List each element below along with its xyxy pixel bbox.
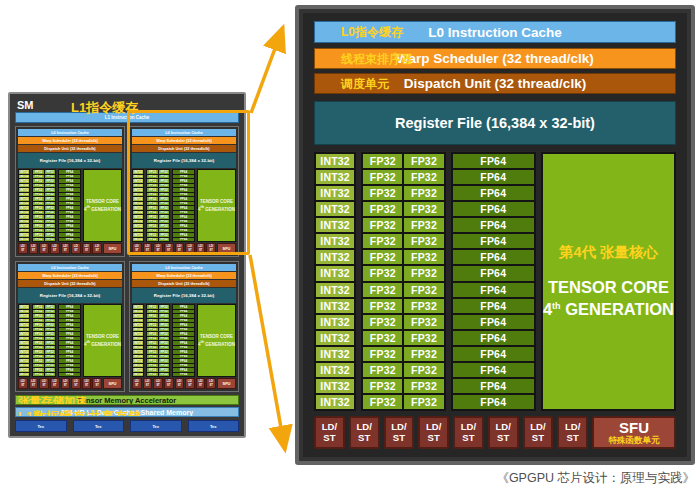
int32-unit: INT32 bbox=[19, 332, 29, 336]
fp32-unit: FP32 bbox=[404, 299, 443, 313]
fp32-unit: FP32 bbox=[147, 328, 157, 332]
fp64-column: FP64FP64FP64FP64FP64FP64FP64FP64FP64FP64… bbox=[58, 304, 81, 377]
fp64-unit: FP64 bbox=[59, 197, 80, 201]
fp64-unit: FP64 bbox=[59, 184, 80, 188]
ldst-unit: LD/ST bbox=[384, 416, 415, 449]
tex-row: TexTexTexTex bbox=[15, 420, 239, 432]
fp64-unit: FP64 bbox=[453, 154, 534, 168]
fp64-unit: FP64 bbox=[453, 331, 534, 345]
tensor-core-block: TENSOR CORE 4th GENERATION bbox=[83, 304, 122, 377]
fp32-unit: FP32 bbox=[33, 305, 43, 309]
fp64-unit: FP64 bbox=[59, 305, 80, 309]
fp32-unit: FP32 bbox=[159, 305, 169, 309]
ldst-unit: LD/ST bbox=[557, 416, 588, 449]
fp64-unit: FP64 bbox=[173, 364, 194, 368]
fp64-unit: FP64 bbox=[59, 224, 80, 228]
int32-unit: INT32 bbox=[133, 337, 143, 341]
fp32-unit: FP32 bbox=[363, 170, 402, 184]
tensor-core-label: TENSOR CORE bbox=[86, 334, 119, 339]
int32-unit: INT32 bbox=[19, 206, 29, 210]
fp64-unit: FP64 bbox=[453, 186, 534, 200]
core-grid: INT32INT32INT32INT32INT32INT32INT32INT32… bbox=[314, 152, 676, 411]
sm-subcore: L0 Instruction Cache Warp Scheduler (32 … bbox=[15, 261, 125, 392]
ldst-unit: LD/ST bbox=[164, 378, 174, 389]
ldst-unit: LD/ST bbox=[61, 243, 71, 254]
fp32-unit: FP32 bbox=[404, 266, 443, 280]
fp64-unit: FP64 bbox=[453, 315, 534, 329]
ldst-unit: LD/ST bbox=[206, 378, 216, 389]
fp32-unit: FP32 bbox=[147, 314, 157, 318]
ldst-unit: LD/ST bbox=[29, 243, 39, 254]
dispatch-unit-label: Dispatch Unit (32 thread/clk) bbox=[44, 282, 95, 286]
fp32-unit: FP32 bbox=[33, 337, 43, 341]
int32-unit: INT32 bbox=[133, 310, 143, 314]
fp32-columns: FP32FP32FP32FP32FP32FP32FP32FP32FP32FP32… bbox=[32, 169, 56, 242]
tensor-core-generation-label: 4th GENERATION bbox=[543, 298, 674, 320]
fp64-unit: FP64 bbox=[173, 310, 194, 314]
fp64-unit: FP64 bbox=[173, 373, 194, 377]
int32-unit: INT32 bbox=[133, 323, 143, 327]
tensor-core-label: TENSOR CORE bbox=[86, 199, 119, 204]
core-grid: INT32INT32INT32INT32INT32INT32INT32INT32… bbox=[18, 169, 122, 242]
ldst-unit: LD/ST bbox=[39, 378, 49, 389]
warp-scheduler-label: Warp Scheduler (32 thread/clk) bbox=[156, 274, 212, 278]
int32-unit: INT32 bbox=[19, 220, 29, 224]
sfu-block: SFU 特殊函数单元 bbox=[592, 416, 676, 449]
fp64-unit: FP64 bbox=[59, 337, 80, 341]
fp64-unit: FP64 bbox=[59, 179, 80, 183]
tensor-core-block: 第4代 张量核心 TENSOR CORE 4th GENERATION bbox=[541, 152, 676, 411]
tensor-core-cn-label: 第4代 张量核心 bbox=[559, 243, 658, 262]
tensor-core-block: TENSOR CORE 4th GENERATION bbox=[83, 169, 122, 242]
int32-unit: INT32 bbox=[19, 170, 29, 174]
fp64-unit: FP64 bbox=[173, 319, 194, 323]
fp64-unit: FP64 bbox=[59, 215, 80, 219]
fp64-unit: FP64 bbox=[173, 337, 194, 341]
warp-scheduler-label: Warp Scheduler (32 thread/clk) bbox=[42, 139, 98, 143]
fp32-unit: FP32 bbox=[404, 154, 443, 168]
l0-instruction-cache-bar: L0 Instruction Cache bbox=[18, 264, 122, 271]
dispatch-unit-bar: Dispatch Unit (32 thread/clk) bbox=[18, 145, 122, 152]
fp32-unit: FP32 bbox=[33, 215, 43, 219]
fp64-unit: FP64 bbox=[453, 299, 534, 313]
l0-instruction-cache-label: L0 Instruction Cache bbox=[51, 266, 89, 270]
fp32-unit: FP32 bbox=[363, 395, 402, 409]
fp32-unit: FP32 bbox=[159, 355, 169, 359]
fp64-unit: FP64 bbox=[453, 218, 534, 232]
fp32-unit: FP32 bbox=[45, 206, 55, 210]
warp-scheduler-label: Warp Scheduler (32 thread/clk) bbox=[42, 274, 98, 278]
fp32-unit: FP32 bbox=[33, 211, 43, 215]
fp32-unit: FP32 bbox=[404, 202, 443, 216]
fp32-unit: FP32 bbox=[159, 364, 169, 368]
fp32-unit: FP32 bbox=[147, 359, 157, 363]
fp32-unit: FP32 bbox=[45, 314, 55, 318]
int32-unit: INT32 bbox=[19, 328, 29, 332]
fp64-unit: FP64 bbox=[59, 170, 80, 174]
fp32-unit: FP32 bbox=[147, 350, 157, 354]
fp32-unit: FP32 bbox=[363, 331, 402, 345]
fp32-unit: FP32 bbox=[33, 355, 43, 359]
int32-unit: INT32 bbox=[316, 250, 354, 264]
fp32-unit: FP32 bbox=[363, 154, 402, 168]
fp64-unit: FP64 bbox=[453, 347, 534, 361]
fp32-unit: FP32 bbox=[147, 368, 157, 372]
int32-unit: INT32 bbox=[19, 202, 29, 206]
fp64-unit: FP64 bbox=[59, 373, 80, 377]
fp32-unit: FP32 bbox=[33, 310, 43, 314]
sfu-block: SFU bbox=[217, 378, 236, 389]
core-grid: INT32INT32INT32INT32INT32INT32INT32INT32… bbox=[132, 304, 236, 377]
fp64-unit: FP64 bbox=[453, 379, 534, 393]
fp32-unit: FP32 bbox=[33, 359, 43, 363]
register-file-bar: Register File (16,384 x 32-bit) bbox=[132, 288, 236, 303]
fp32-unit: FP32 bbox=[147, 373, 157, 377]
ldst-unit: LD/ST bbox=[61, 378, 71, 389]
fp32-unit: FP32 bbox=[363, 283, 402, 297]
fp32-unit: FP32 bbox=[33, 332, 43, 336]
ldst-unit: LD/ST bbox=[50, 243, 60, 254]
fp64-unit: FP64 bbox=[59, 220, 80, 224]
fp32-unit: FP32 bbox=[159, 328, 169, 332]
arrow-to-top bbox=[251, 27, 283, 113]
fp32-unit: FP32 bbox=[45, 310, 55, 314]
fp32-unit: FP32 bbox=[45, 368, 55, 372]
fp32-unit: FP32 bbox=[363, 250, 402, 264]
fp32-unit: FP32 bbox=[159, 337, 169, 341]
